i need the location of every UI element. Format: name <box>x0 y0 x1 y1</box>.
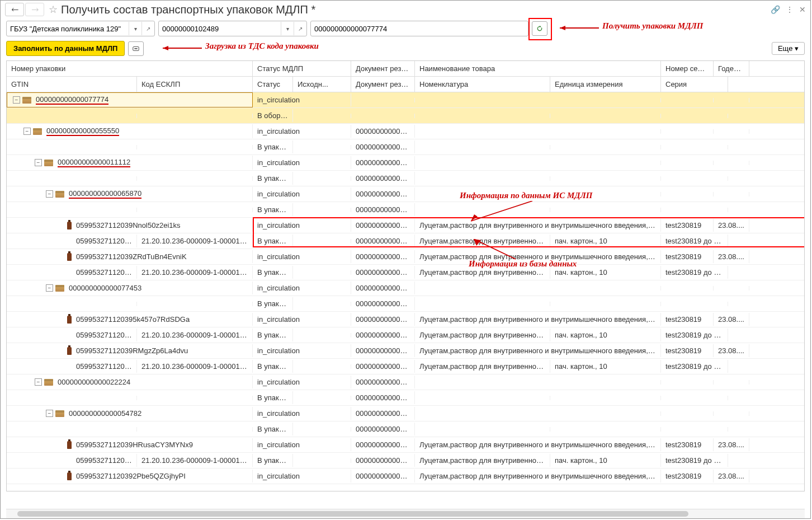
svg-marker-5 <box>163 46 168 50</box>
table-row[interactable]: −000000000000077453in_circulation0000000… <box>7 280 804 296</box>
horizontal-scrollbar[interactable] <box>6 509 805 518</box>
more-button[interactable]: Еще ▾ <box>772 42 805 55</box>
box-icon <box>33 128 42 135</box>
packnum-input[interactable] <box>311 24 528 34</box>
expand-icon[interactable]: − <box>46 410 53 417</box>
expand-icon[interactable]: − <box>46 190 53 198</box>
org-input[interactable] <box>7 24 129 34</box>
scanner-icon <box>132 44 140 53</box>
table-row[interactable]: В упако...000000000000077774 <box>7 202 804 218</box>
bottle-icon <box>67 347 72 355</box>
col-source[interactable]: Исходн... <box>293 77 351 92</box>
box-icon <box>55 191 64 198</box>
table-row[interactable]: 05995327112039Nnol50z2ei1ksin_circulatio… <box>7 218 804 233</box>
table-row[interactable]: В упако...000000000000077774 <box>7 390 804 406</box>
col-status[interactable]: Статус <box>253 77 293 92</box>
close-icon[interactable]: ✕ <box>799 5 806 14</box>
table-row[interactable]: 0599532711203921.20.10.236-000009-1-0000… <box>7 233 804 249</box>
table-row[interactable]: 0599532711203921.20.10.236-000009-1-0000… <box>7 453 804 469</box>
col-nomenclature[interactable]: Номенклатура <box>415 77 550 92</box>
table-row[interactable]: 0599532711203921.20.10.236-000009-1-0000… <box>7 265 804 280</box>
table-row[interactable]: −000000000000022224in_circulation0000000… <box>7 374 804 390</box>
dropdown-icon[interactable]: ▾ <box>129 22 141 35</box>
expand-icon[interactable]: − <box>13 96 20 104</box>
table-row[interactable]: 059953271120395k457o7RdSDGain_circulatio… <box>7 312 804 327</box>
svg-marker-1 <box>560 26 565 30</box>
open-icon[interactable]: ↗ <box>141 22 154 35</box>
table-row[interactable]: 05995327112039RMgzZp6La4dvuin_circulatio… <box>7 343 804 359</box>
box-icon <box>44 379 53 386</box>
table-row[interactable]: −000000000000055550in_circulation0000000… <box>7 124 804 139</box>
table-row[interactable]: 059953271120392Pbe5QZGjhyPIin_circulatio… <box>7 469 804 484</box>
scan-annotation: Загрузка из ТДС кода упаковки <box>205 41 319 51</box>
packages-table[interactable]: Номер упаковки Статус МДЛП Документ резе… <box>6 60 805 491</box>
table-row[interactable]: 05995327112039ZRdTuBn4EvniKin_circulatio… <box>7 249 804 265</box>
table-row[interactable]: −000000000000065870in_circulation0000000… <box>7 186 804 202</box>
mdlp-info-annotation: Информация по данным ИС МДЛП <box>460 191 593 200</box>
col-unit[interactable]: Единица измерения <box>550 77 661 92</box>
col-expiry[interactable]: Годен ... <box>714 61 749 76</box>
nav-forward-button[interactable]: 🡒 <box>25 3 44 16</box>
header-row-2: GTIN Код ЕСКЛП Статус Исходн... Документ… <box>7 77 804 92</box>
table-row[interactable]: 05995327112039HRusaCY3MYNx9in_circulatio… <box>7 437 804 453</box>
nav-back-button[interactable]: 🡐 <box>5 3 24 16</box>
docnum-input[interactable] <box>159 24 281 34</box>
menu-icon[interactable]: ⋮ <box>786 5 794 14</box>
fill-button[interactable]: Заполнить по данным МДЛП <box>6 41 125 56</box>
page-title: Получить состав транспортных упаковок МД… <box>61 3 315 16</box>
bottle-icon <box>67 316 72 324</box>
dropdown-icon[interactable]: ▾ <box>281 22 294 35</box>
col-doc-reserve2[interactable]: Документ резерва <box>351 77 415 92</box>
bottle-icon <box>67 222 72 229</box>
bottle-icon <box>67 472 72 480</box>
col-package-number[interactable]: Номер упаковки <box>7 61 253 76</box>
table-row[interactable]: В обороте <box>7 108 804 124</box>
table-row[interactable]: В упако...000000000000077774 <box>7 171 804 186</box>
col-gtin[interactable]: GTIN <box>7 77 137 92</box>
table-row[interactable]: −000000000000011112in_circulation0000000… <box>7 155 804 171</box>
expand-icon[interactable]: − <box>46 284 53 292</box>
expand-icon[interactable]: − <box>35 378 42 386</box>
table-row[interactable]: В упако...000000000000077774 <box>7 421 804 437</box>
bottle-icon <box>67 253 72 261</box>
table-row[interactable]: −000000000000054782in_circulation0000000… <box>7 406 804 421</box>
col-status-mdlp[interactable]: Статус МДЛП <box>253 61 351 76</box>
docnum-combo[interactable]: ▾ ↗ <box>158 21 307 36</box>
scanner-button[interactable] <box>128 41 144 56</box>
org-combo[interactable]: ▾ ↗ <box>6 21 155 36</box>
expand-icon[interactable]: − <box>23 128 31 135</box>
packnum-combo[interactable] <box>310 21 528 36</box>
col-series[interactable]: Серия <box>661 77 728 92</box>
svg-rect-3 <box>135 48 138 49</box>
box-icon <box>55 410 64 417</box>
col-product-name[interactable]: Наименование товара <box>415 61 661 76</box>
refresh-icon <box>536 24 544 33</box>
box-icon <box>22 97 31 104</box>
table-row[interactable]: В упако...000000000000077774 <box>7 296 804 312</box>
link-icon[interactable]: 🔗 <box>771 5 780 14</box>
box-icon <box>55 285 64 292</box>
bottle-icon <box>67 441 72 449</box>
refresh-button[interactable] <box>532 21 547 36</box>
open-icon[interactable]: ↗ <box>294 22 306 35</box>
db-info-annotation: Информация из базы данных <box>469 259 577 269</box>
refresh-annotation: Получить упаковки МДЛП <box>602 21 703 31</box>
col-esklp[interactable]: Код ЕСКЛП <box>137 77 253 92</box>
header-row-1: Номер упаковки Статус МДЛП Документ резе… <box>7 61 804 77</box>
expand-icon[interactable]: − <box>35 159 42 166</box>
box-icon <box>44 160 53 166</box>
col-series-number[interactable]: Номер серии <box>661 61 714 76</box>
table-row[interactable]: 0599532711203921.20.10.236-000009-1-0000… <box>7 327 804 343</box>
favorite-icon[interactable]: ☆ <box>49 3 58 16</box>
table-row[interactable]: В упако...000000000000077774 <box>7 139 804 155</box>
col-doc-reserve[interactable]: Документ резерва ... <box>351 61 415 76</box>
table-row[interactable]: −000000000000077774in_circulation <box>7 92 804 108</box>
table-row[interactable]: 0599532711203921.20.10.236-000009-1-0000… <box>7 359 804 374</box>
